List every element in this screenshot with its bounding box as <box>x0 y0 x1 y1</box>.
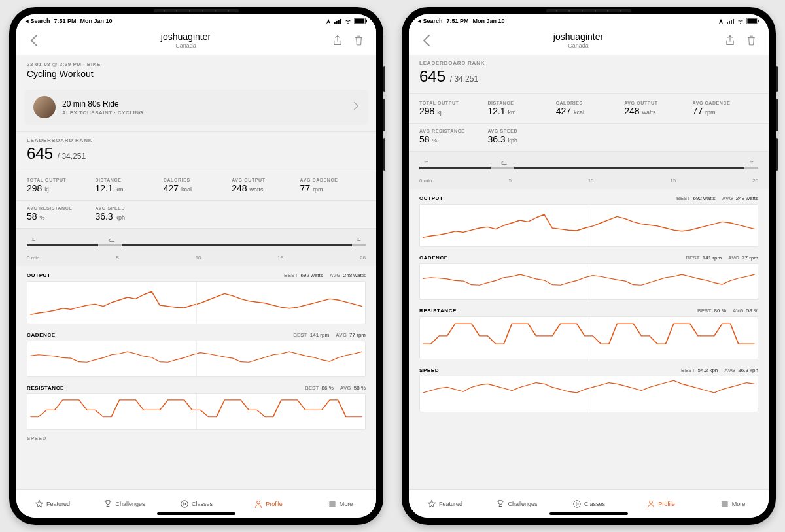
back-to-search[interactable]: ◂ Search <box>418 18 443 24</box>
location-icon <box>324 18 332 24</box>
nav-bar: joshuaginter Canada <box>16 26 376 55</box>
resistance-graph[interactable] <box>27 393 366 430</box>
svg-rect-0 <box>334 22 336 23</box>
tick-10: 10 <box>196 255 201 261</box>
stats-row-1: TOTAL OUTPUT298 kj DISTANCE12.1 km CALOR… <box>409 94 769 124</box>
svg-rect-11 <box>731 20 732 24</box>
stat-avg-speed: AVG SPEED36.3 kph <box>95 206 160 222</box>
tick-20: 20 <box>360 255 366 261</box>
rank-label: LEADERBOARD RANK <box>419 60 758 66</box>
stat-avg-output: AVG OUTPUT248 watts <box>232 178 297 193</box>
class-subtitle: ALEX TOUSSAINT · CYCLING <box>62 110 143 116</box>
wifi-icon <box>737 18 744 24</box>
chart-resistance: RESISTANCE BEST 86 % AVG 58 % <box>16 378 376 431</box>
svg-rect-12 <box>733 18 734 23</box>
battery-icon <box>354 18 367 24</box>
tab-more[interactable]: More <box>304 490 376 518</box>
rank-value: 645 <box>27 144 53 162</box>
home-indicator[interactable] <box>550 512 628 515</box>
workout-name: Cycling Workout <box>27 69 366 79</box>
status-time: 7:51 PM <box>54 18 77 24</box>
svg-point-16 <box>574 500 581 507</box>
tick-10: 10 <box>588 178 594 184</box>
output-graph[interactable] <box>27 281 366 324</box>
svg-rect-15 <box>758 20 759 23</box>
svg-rect-10 <box>729 20 730 23</box>
rank-total: / 34,251 <box>58 152 86 161</box>
stat-avg-cadence: AVG CADENCE77 rpm <box>693 101 758 116</box>
svg-point-8 <box>257 501 260 504</box>
svg-rect-6 <box>366 20 367 23</box>
stats-row-2: AVG RESISTANCE58 % AVG SPEED36.3 kph <box>409 124 769 152</box>
back-to-search[interactable]: ◂ Search <box>26 18 50 24</box>
stat-avg-speed: AVG SPEED36.3 kph <box>487 129 553 144</box>
back-button[interactable] <box>417 31 436 50</box>
signal-icon <box>727 18 735 24</box>
run-icon: ᓚ <box>105 235 118 244</box>
wifi-icon <box>344 18 352 24</box>
svg-point-7 <box>181 500 188 507</box>
cadence-graph[interactable] <box>27 341 366 377</box>
speed-graph[interactable] <box>419 376 758 412</box>
stat-calories: CALORIES427 kcal <box>164 178 229 193</box>
tab-featured[interactable]: Featured <box>16 490 88 518</box>
stat-avg-output: AVG OUTPUT248 watts <box>624 101 689 116</box>
tab-challenges[interactable]: Challenges <box>88 490 160 518</box>
share-button[interactable] <box>720 31 740 50</box>
chart-resistance: RESISTANCE BEST 86 % AVG 58 % <box>409 301 769 361</box>
stats-row-2: AVG RESISTANCE58 % AVG SPEED36.3 kph <box>16 201 376 229</box>
cooldown-icon: ≈ <box>353 235 366 243</box>
chevron-right-icon <box>353 101 359 113</box>
svg-rect-5 <box>355 18 364 23</box>
status-time: 7:51 PM <box>447 18 469 24</box>
home-indicator[interactable] <box>157 512 236 515</box>
svg-point-17 <box>650 501 653 504</box>
stat-total-output: TOTAL OUTPUT298 kj <box>419 101 485 116</box>
leaderboard-rank: LEADERBOARD RANK 645 / 34,251 <box>16 131 376 171</box>
tab-profile[interactable]: Profile <box>625 490 697 518</box>
share-button[interactable] <box>328 31 347 50</box>
tick-20: 20 <box>752 178 758 184</box>
page-subtitle: Canada <box>436 42 720 49</box>
stat-calories: CALORIES427 kcal <box>556 101 621 116</box>
delete-button[interactable] <box>349 31 368 50</box>
class-card[interactable]: 20 min 80s Ride ALEX TOUSSAINT · CYCLING <box>24 90 368 125</box>
class-title: 20 min 80s Ride <box>62 99 143 108</box>
tick-5: 5 <box>508 178 511 184</box>
rank-total: / 34,251 <box>450 75 478 84</box>
stat-distance: DISTANCE12.1 km <box>487 101 553 116</box>
tick-0: 0 min <box>27 255 40 261</box>
rank-value: 645 <box>419 67 445 85</box>
resistance-graph[interactable] <box>419 316 758 359</box>
warmup-icon: ≈ <box>27 235 40 243</box>
intensity-timeline[interactable]: ≈ ᓚ ≈ 0 min 5 10 15 20 <box>16 229 376 266</box>
instructor-avatar <box>33 96 56 118</box>
workout-meta: 22-01-08 @ 2:39 PM · BIKE <box>27 61 366 67</box>
chart-output: OUTPUT BEST 692 watts AVG 248 watts <box>409 189 769 248</box>
status-date: Mon Jan 10 <box>80 18 113 24</box>
svg-rect-1 <box>336 20 338 23</box>
location-icon <box>717 18 725 24</box>
page-subtitle: Canada <box>44 42 328 49</box>
page-title: joshuaginter <box>44 32 328 42</box>
tab-featured[interactable]: Featured <box>409 490 481 518</box>
status-date: Mon Jan 10 <box>473 18 505 24</box>
delete-button[interactable] <box>741 31 761 50</box>
intensity-timeline[interactable]: ≈ ᓚ ≈ 0 min 5 10 15 20 <box>409 152 769 189</box>
svg-rect-14 <box>747 18 757 23</box>
ipad-right: ◂ Search 7:51 PM Mon Jan 10 joshuaginter… <box>402 7 776 525</box>
cadence-graph[interactable] <box>419 263 758 300</box>
status-bar: ◂ Search 7:51 PM Mon Jan 10 <box>16 14 376 26</box>
output-graph[interactable] <box>419 204 758 247</box>
rank-label: LEADERBOARD RANK <box>27 137 366 143</box>
signal-icon <box>334 18 342 24</box>
tab-challenges[interactable]: Challenges <box>481 490 553 518</box>
tab-profile[interactable]: Profile <box>232 490 304 518</box>
stat-avg-resistance: AVG RESISTANCE58 % <box>419 129 485 144</box>
tab-more[interactable]: More <box>697 490 769 518</box>
back-button[interactable] <box>24 31 44 50</box>
cooldown-icon: ≈ <box>745 158 758 166</box>
chart-cadence: CADENCE BEST 141 rpm AVG 77 rpm <box>16 325 376 378</box>
svg-rect-3 <box>340 18 341 23</box>
stat-distance: DISTANCE12.1 km <box>95 178 160 193</box>
